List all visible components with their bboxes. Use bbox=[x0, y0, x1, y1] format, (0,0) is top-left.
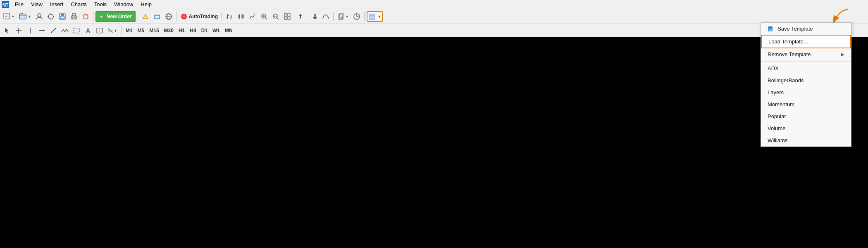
copy-window-btn[interactable]: + ▼ bbox=[336, 11, 351, 22]
dropdown-divider1 bbox=[761, 61, 851, 62]
svg-rect-23 bbox=[155, 15, 160, 19]
williams-template-item[interactable]: Williams bbox=[761, 134, 851, 146]
template-icon bbox=[369, 13, 377, 20]
fib-tool-btn[interactable]: ▼ bbox=[106, 25, 119, 36]
chart-zoom-in-btn[interactable] bbox=[259, 11, 269, 22]
menu-window[interactable]: Window bbox=[111, 0, 136, 8]
menu-tools[interactable]: Tools bbox=[91, 0, 110, 8]
objects-icon bbox=[153, 13, 161, 20]
volume-template-item[interactable]: Volume bbox=[761, 122, 851, 134]
svg-text:T: T bbox=[98, 29, 100, 33]
vline-tool-btn[interactable] bbox=[25, 25, 36, 36]
toolbar1: + ▼ ▼ bbox=[0, 9, 868, 24]
tf-m1[interactable]: M1 bbox=[124, 26, 135, 36]
textbox-tool-btn[interactable]: T bbox=[94, 25, 105, 36]
menu-view[interactable]: View bbox=[28, 0, 46, 8]
candle-chart-btn[interactable] bbox=[236, 11, 246, 22]
svg-point-8 bbox=[38, 14, 41, 17]
sell-btn[interactable] bbox=[309, 11, 320, 22]
save-template-item[interactable]: Save Template bbox=[761, 23, 851, 35]
tf-h1[interactable]: H1 bbox=[176, 26, 187, 36]
template-btn[interactable]: ▼ bbox=[367, 11, 383, 22]
momentum-template-item[interactable]: Momentum bbox=[761, 98, 851, 110]
load-template-item[interactable]: Load Template... bbox=[761, 35, 851, 48]
sep7 bbox=[364, 12, 365, 21]
menu-insert[interactable]: Insert bbox=[47, 0, 67, 8]
remove-template-item[interactable]: Remove Template ▶ bbox=[761, 48, 851, 60]
zigzag-tool-btn[interactable] bbox=[60, 25, 70, 36]
sell-icon bbox=[310, 13, 318, 20]
fib-tool-icon bbox=[107, 28, 113, 33]
tf-m5[interactable]: M5 bbox=[136, 26, 147, 36]
svg-marker-53 bbox=[299, 14, 302, 16]
bar-chart-btn[interactable] bbox=[224, 11, 235, 22]
autotrading-btn[interactable]: AutoTrading bbox=[179, 11, 220, 22]
adx-label: ADX bbox=[768, 65, 779, 72]
curve-btn[interactable] bbox=[320, 11, 331, 22]
crosshair-btn[interactable] bbox=[45, 11, 56, 22]
buy-btn[interactable] bbox=[297, 11, 308, 22]
app-logo-icon: MT bbox=[2, 1, 9, 8]
chart-zoom-out-btn[interactable] bbox=[270, 11, 281, 22]
copy-window-icon: + bbox=[337, 13, 345, 20]
new-order-icon: + bbox=[99, 14, 105, 19]
load-template-label: Load Template... bbox=[768, 38, 808, 45]
zoom-in-chart-icon bbox=[260, 13, 268, 20]
menu-charts[interactable]: Charts bbox=[67, 0, 90, 8]
chart-area bbox=[0, 37, 868, 248]
svg-point-30 bbox=[182, 15, 186, 18]
svg-rect-48 bbox=[284, 14, 287, 16]
svg-rect-6 bbox=[19, 14, 26, 19]
crosshair-tool-icon bbox=[15, 27, 22, 34]
tf-m30[interactable]: M30 bbox=[162, 26, 176, 36]
curve-icon bbox=[322, 13, 329, 20]
adx-template-item[interactable]: ADX bbox=[761, 62, 851, 74]
tf-w1[interactable]: W1 bbox=[210, 26, 222, 36]
open-chart-btn[interactable]: ▼ bbox=[17, 11, 33, 22]
profiles-btn[interactable] bbox=[34, 11, 45, 22]
crosshair-tool-btn[interactable] bbox=[13, 25, 24, 36]
svg-marker-68 bbox=[5, 28, 9, 33]
text-tool-btn[interactable]: A bbox=[83, 25, 93, 36]
tf-mn[interactable]: MN bbox=[223, 26, 235, 36]
vline-icon bbox=[28, 27, 33, 34]
menu-file[interactable]: File bbox=[12, 0, 27, 8]
svg-marker-22 bbox=[143, 14, 148, 19]
trendline-tool-btn[interactable] bbox=[48, 25, 59, 36]
zigzag-icon bbox=[61, 28, 69, 33]
tf-d1[interactable]: D1 bbox=[199, 26, 210, 36]
new-order-btn[interactable]: + New Order bbox=[95, 11, 136, 22]
new-chart-btn[interactable]: + ▼ bbox=[2, 11, 17, 22]
grid-view-btn[interactable] bbox=[282, 11, 293, 22]
svg-line-46 bbox=[277, 18, 279, 19]
objects-btn[interactable] bbox=[152, 11, 162, 22]
popular-template-item[interactable]: Popular bbox=[761, 110, 851, 122]
hline-tool-btn[interactable] bbox=[36, 25, 47, 36]
print-btn[interactable] bbox=[69, 11, 79, 22]
layers-template-item[interactable]: Layers bbox=[761, 86, 851, 98]
trendline-icon bbox=[50, 27, 57, 34]
history-btn[interactable] bbox=[351, 11, 362, 22]
svg-point-9 bbox=[48, 14, 53, 19]
popular-label: Popular bbox=[768, 113, 786, 119]
tf-h4[interactable]: H4 bbox=[188, 26, 198, 36]
tf-m15[interactable]: M15 bbox=[147, 26, 161, 36]
bollinger-template-item[interactable]: BollingerBands bbox=[761, 74, 851, 86]
history-icon bbox=[353, 13, 360, 20]
save-btn[interactable] bbox=[57, 11, 68, 22]
rect-select-btn[interactable] bbox=[71, 25, 82, 36]
menu-help[interactable]: Help bbox=[137, 0, 155, 8]
line-chart-btn[interactable] bbox=[247, 11, 258, 22]
sync-btn[interactable] bbox=[80, 11, 91, 22]
globe-btn[interactable] bbox=[163, 11, 174, 22]
zoom-out-chart-icon bbox=[272, 13, 279, 20]
svg-text:+: + bbox=[5, 14, 7, 19]
svg-rect-38 bbox=[238, 15, 240, 18]
svg-rect-16 bbox=[60, 17, 64, 19]
eraser-btn[interactable] bbox=[140, 11, 151, 22]
buy-icon bbox=[299, 13, 306, 20]
sep4 bbox=[222, 12, 222, 21]
select-tool-btn[interactable] bbox=[2, 25, 12, 36]
sync-icon bbox=[82, 13, 89, 20]
volume-label: Volume bbox=[768, 125, 785, 131]
